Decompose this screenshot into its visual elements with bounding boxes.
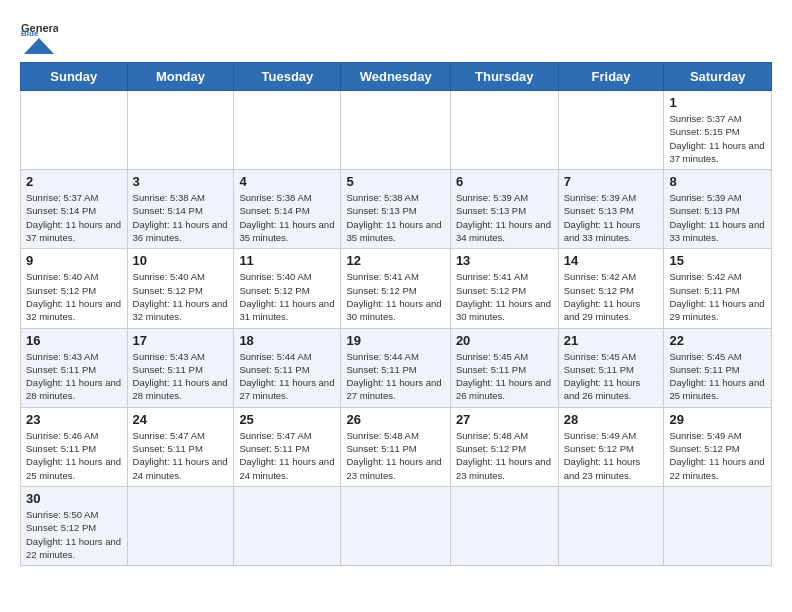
day-info: Sunrise: 5:45 AMSunset: 5:11 PMDaylight:…: [564, 350, 659, 403]
calendar-cell: 9Sunrise: 5:40 AMSunset: 5:12 PMDaylight…: [21, 249, 128, 328]
week-row-2: 2Sunrise: 5:37 AMSunset: 5:14 PMDaylight…: [21, 170, 772, 249]
day-info: Sunrise: 5:49 AMSunset: 5:12 PMDaylight:…: [564, 429, 659, 482]
day-info: Sunrise: 5:43 AMSunset: 5:11 PMDaylight:…: [133, 350, 229, 403]
day-number: 1: [669, 95, 766, 110]
day-number: 8: [669, 174, 766, 189]
calendar-cell: 12Sunrise: 5:41 AMSunset: 5:12 PMDayligh…: [341, 249, 450, 328]
day-number: 2: [26, 174, 122, 189]
calendar-cell: 21Sunrise: 5:45 AMSunset: 5:11 PMDayligh…: [558, 328, 664, 407]
calendar-cell: 3Sunrise: 5:38 AMSunset: 5:14 PMDaylight…: [127, 170, 234, 249]
day-number: 29: [669, 412, 766, 427]
day-number: 21: [564, 333, 659, 348]
calendar-cell: [127, 91, 234, 170]
day-number: 7: [564, 174, 659, 189]
week-row-5: 23Sunrise: 5:46 AMSunset: 5:11 PMDayligh…: [21, 407, 772, 486]
day-info: Sunrise: 5:39 AMSunset: 5:13 PMDaylight:…: [669, 191, 766, 244]
day-number: 26: [346, 412, 444, 427]
calendar-cell: 17Sunrise: 5:43 AMSunset: 5:11 PMDayligh…: [127, 328, 234, 407]
day-info: Sunrise: 5:42 AMSunset: 5:11 PMDaylight:…: [669, 270, 766, 323]
day-info: Sunrise: 5:49 AMSunset: 5:12 PMDaylight:…: [669, 429, 766, 482]
calendar-cell: 14Sunrise: 5:42 AMSunset: 5:12 PMDayligh…: [558, 249, 664, 328]
day-info: Sunrise: 5:45 AMSunset: 5:11 PMDaylight:…: [456, 350, 553, 403]
calendar-cell: 27Sunrise: 5:48 AMSunset: 5:12 PMDayligh…: [450, 407, 558, 486]
svg-text:Blue: Blue: [21, 29, 39, 38]
day-info: Sunrise: 5:37 AMSunset: 5:15 PMDaylight:…: [669, 112, 766, 165]
day-info: Sunrise: 5:38 AMSunset: 5:14 PMDaylight:…: [239, 191, 335, 244]
calendar-cell: [664, 486, 772, 565]
calendar-cell: 26Sunrise: 5:48 AMSunset: 5:11 PMDayligh…: [341, 407, 450, 486]
day-info: Sunrise: 5:47 AMSunset: 5:11 PMDaylight:…: [239, 429, 335, 482]
day-number: 18: [239, 333, 335, 348]
calendar-cell: 5Sunrise: 5:38 AMSunset: 5:13 PMDaylight…: [341, 170, 450, 249]
day-info: Sunrise: 5:42 AMSunset: 5:12 PMDaylight:…: [564, 270, 659, 323]
calendar-cell: 28Sunrise: 5:49 AMSunset: 5:12 PMDayligh…: [558, 407, 664, 486]
day-number: 11: [239, 253, 335, 268]
calendar-cell: [341, 486, 450, 565]
calendar-cell: 1Sunrise: 5:37 AMSunset: 5:15 PMDaylight…: [664, 91, 772, 170]
day-info: Sunrise: 5:50 AMSunset: 5:12 PMDaylight:…: [26, 508, 122, 561]
day-number: 4: [239, 174, 335, 189]
day-info: Sunrise: 5:48 AMSunset: 5:12 PMDaylight:…: [456, 429, 553, 482]
calendar-cell: [558, 91, 664, 170]
day-number: 27: [456, 412, 553, 427]
calendar-cell: [341, 91, 450, 170]
calendar-cell: 13Sunrise: 5:41 AMSunset: 5:12 PMDayligh…: [450, 249, 558, 328]
day-number: 3: [133, 174, 229, 189]
day-number: 13: [456, 253, 553, 268]
calendar-cell: 11Sunrise: 5:40 AMSunset: 5:12 PMDayligh…: [234, 249, 341, 328]
calendar-cell: 23Sunrise: 5:46 AMSunset: 5:11 PMDayligh…: [21, 407, 128, 486]
day-info: Sunrise: 5:39 AMSunset: 5:13 PMDaylight:…: [564, 191, 659, 244]
calendar-cell: 2Sunrise: 5:37 AMSunset: 5:14 PMDaylight…: [21, 170, 128, 249]
day-number: 10: [133, 253, 229, 268]
day-number: 23: [26, 412, 122, 427]
calendar-cell: [234, 91, 341, 170]
calendar-cell: 4Sunrise: 5:38 AMSunset: 5:14 PMDaylight…: [234, 170, 341, 249]
calendar-cell: [234, 486, 341, 565]
header: General Blue: [20, 16, 772, 54]
calendar-cell: 7Sunrise: 5:39 AMSunset: 5:13 PMDaylight…: [558, 170, 664, 249]
calendar-cell: 16Sunrise: 5:43 AMSunset: 5:11 PMDayligh…: [21, 328, 128, 407]
day-info: Sunrise: 5:41 AMSunset: 5:12 PMDaylight:…: [456, 270, 553, 323]
day-number: 15: [669, 253, 766, 268]
day-number: 22: [669, 333, 766, 348]
day-info: Sunrise: 5:45 AMSunset: 5:11 PMDaylight:…: [669, 350, 766, 403]
day-info: Sunrise: 5:40 AMSunset: 5:12 PMDaylight:…: [239, 270, 335, 323]
day-number: 14: [564, 253, 659, 268]
day-info: Sunrise: 5:39 AMSunset: 5:13 PMDaylight:…: [456, 191, 553, 244]
weekday-header-row: SundayMondayTuesdayWednesdayThursdayFrid…: [21, 63, 772, 91]
day-number: 6: [456, 174, 553, 189]
calendar-cell: 19Sunrise: 5:44 AMSunset: 5:11 PMDayligh…: [341, 328, 450, 407]
day-info: Sunrise: 5:47 AMSunset: 5:11 PMDaylight:…: [133, 429, 229, 482]
day-info: Sunrise: 5:40 AMSunset: 5:12 PMDaylight:…: [133, 270, 229, 323]
logo-svg: General Blue: [20, 16, 58, 54]
day-info: Sunrise: 5:38 AMSunset: 5:14 PMDaylight:…: [133, 191, 229, 244]
calendar-cell: 18Sunrise: 5:44 AMSunset: 5:11 PMDayligh…: [234, 328, 341, 407]
day-info: Sunrise: 5:40 AMSunset: 5:12 PMDaylight:…: [26, 270, 122, 323]
day-info: Sunrise: 5:46 AMSunset: 5:11 PMDaylight:…: [26, 429, 122, 482]
weekday-header-sunday: Sunday: [21, 63, 128, 91]
calendar-table: SundayMondayTuesdayWednesdayThursdayFrid…: [20, 62, 772, 566]
calendar-cell: 24Sunrise: 5:47 AMSunset: 5:11 PMDayligh…: [127, 407, 234, 486]
weekday-header-saturday: Saturday: [664, 63, 772, 91]
calendar-cell: [127, 486, 234, 565]
calendar-cell: 25Sunrise: 5:47 AMSunset: 5:11 PMDayligh…: [234, 407, 341, 486]
day-number: 5: [346, 174, 444, 189]
calendar-cell: [450, 91, 558, 170]
calendar-cell: 6Sunrise: 5:39 AMSunset: 5:13 PMDaylight…: [450, 170, 558, 249]
day-number: 17: [133, 333, 229, 348]
day-number: 30: [26, 491, 122, 506]
logo: General Blue: [20, 16, 58, 54]
weekday-header-tuesday: Tuesday: [234, 63, 341, 91]
calendar-cell: 20Sunrise: 5:45 AMSunset: 5:11 PMDayligh…: [450, 328, 558, 407]
weekday-header-friday: Friday: [558, 63, 664, 91]
week-row-4: 16Sunrise: 5:43 AMSunset: 5:11 PMDayligh…: [21, 328, 772, 407]
calendar-cell: [558, 486, 664, 565]
calendar-cell: 10Sunrise: 5:40 AMSunset: 5:12 PMDayligh…: [127, 249, 234, 328]
week-row-6: 30Sunrise: 5:50 AMSunset: 5:12 PMDayligh…: [21, 486, 772, 565]
day-info: Sunrise: 5:44 AMSunset: 5:11 PMDaylight:…: [346, 350, 444, 403]
calendar-cell: [21, 91, 128, 170]
day-info: Sunrise: 5:41 AMSunset: 5:12 PMDaylight:…: [346, 270, 444, 323]
calendar-cell: 8Sunrise: 5:39 AMSunset: 5:13 PMDaylight…: [664, 170, 772, 249]
day-number: 16: [26, 333, 122, 348]
weekday-header-wednesday: Wednesday: [341, 63, 450, 91]
